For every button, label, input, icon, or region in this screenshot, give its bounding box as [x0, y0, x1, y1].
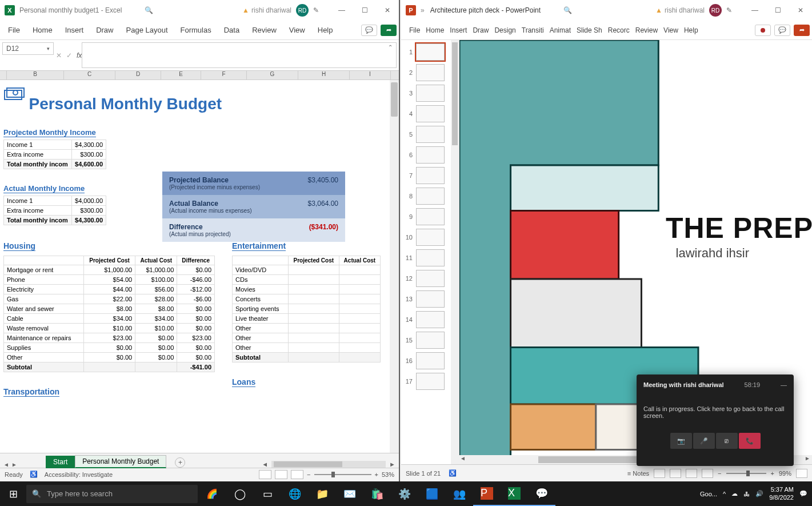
excel-taskbar-icon[interactable]: X	[501, 481, 528, 506]
search-icon[interactable]: 🔍	[145, 6, 153, 14]
zoom-out[interactable]: −	[718, 470, 721, 477]
name-box[interactable]: D12▾	[2, 42, 54, 55]
view-normal[interactable]	[259, 470, 271, 479]
expand-formula-icon[interactable]: ⌃	[388, 44, 393, 50]
fit-to-window[interactable]	[796, 469, 807, 478]
ribbon-formulas[interactable]: Formulas	[181, 26, 211, 34]
slide-thumb-7[interactable]: 7	[401, 167, 459, 184]
vertical-scrollbar[interactable]	[390, 80, 399, 453]
horizontal-scrollbar[interactable]	[271, 461, 386, 468]
ribbon-draw[interactable]: Draw	[96, 26, 113, 34]
slide-thumb-2[interactable]: 2	[401, 64, 459, 81]
slide-thumb-1[interactable]: 1	[401, 43, 459, 61]
powerpoint-taskbar-icon[interactable]: P	[473, 481, 501, 506]
col-f[interactable]: F	[201, 71, 247, 79]
edge-icon[interactable]: 🌐	[281, 481, 309, 506]
ribbon-record[interactable]: Recorc	[608, 26, 630, 34]
file-explorer-icon[interactable]: 📁	[309, 481, 336, 506]
record-button[interactable]	[755, 25, 771, 36]
view-pagebreak[interactable]	[291, 470, 303, 479]
zoom-slider[interactable]	[726, 473, 766, 474]
search-icon[interactable]: 🔍	[563, 6, 572, 14]
view-normal[interactable]	[654, 469, 665, 478]
slide-thumb-3[interactable]: 3	[401, 85, 459, 102]
view-slideshow[interactable]	[702, 469, 713, 478]
ribbon-draw[interactable]: Draw	[473, 26, 489, 34]
ribbon-design[interactable]: Design	[494, 26, 515, 34]
tab-scroll-right[interactable]: ►	[11, 461, 17, 468]
cancel-icon[interactable]: ✕	[56, 51, 62, 59]
ribbon-animations[interactable]: Animat	[550, 26, 571, 34]
zoom-slider[interactable]	[314, 474, 371, 475]
settings-icon[interactable]: ⚙️	[391, 481, 418, 506]
slide-thumb-10[interactable]: 10	[401, 229, 459, 246]
teams-taskbar-icon[interactable]: 💬	[528, 481, 555, 506]
network-icon[interactable]: 🖧	[743, 491, 750, 497]
col-h[interactable]: H	[298, 71, 350, 79]
pen-icon[interactable]: ✎	[726, 6, 732, 14]
ribbon-home[interactable]: Home	[426, 26, 444, 34]
teams-call-overlay[interactable]: Meeting with rishi dhariwal 58:19 — Call…	[637, 374, 794, 466]
user-avatar[interactable]: RD	[709, 4, 722, 17]
slide-thumb-4[interactable]: 4	[401, 105, 459, 122]
mail-icon[interactable]: ✉️	[336, 481, 363, 506]
tray-chevron[interactable]: ^	[723, 491, 726, 497]
hscroll-right[interactable]: ►	[389, 461, 395, 468]
ribbon-view[interactable]: View	[663, 26, 678, 34]
ribbon-pagelayout[interactable]: Page Layout	[126, 26, 168, 34]
hscroll-left[interactable]: ◄	[458, 455, 467, 464]
ribbon-help[interactable]: Help	[684, 26, 698, 34]
accessibility-icon[interactable]: ♿	[449, 469, 457, 477]
clock[interactable]: 5:37 AM9/8/2022	[769, 486, 794, 501]
hscroll-left[interactable]: ◄	[262, 461, 268, 468]
worksheet[interactable]: Personal Monthly Budget Projected Monthl…	[0, 80, 390, 453]
slide-thumb-12[interactable]: 12	[401, 270, 459, 287]
tab-start[interactable]: Start	[46, 456, 75, 468]
ribbon-view[interactable]: View	[289, 26, 305, 34]
close-button[interactable]: ✕	[789, 6, 812, 14]
slide-thumb-17[interactable]: 17	[401, 373, 459, 390]
share-screen-button[interactable]: ⎚	[716, 433, 738, 449]
col-d[interactable]: D	[115, 71, 161, 79]
tab-scroll-left[interactable]: ◄	[3, 461, 9, 468]
slide-thumb-6[interactable]: 6	[401, 146, 459, 164]
col-c[interactable]: C	[64, 71, 115, 79]
col-i[interactable]: I	[350, 71, 391, 79]
ribbon-transitions[interactable]: Transiti	[522, 26, 544, 34]
ribbon-insert[interactable]: Insert	[450, 26, 467, 34]
slide-thumb-11[interactable]: 11	[401, 249, 459, 266]
comments-button[interactable]: 💬	[774, 25, 790, 36]
ribbon-home[interactable]: Home	[33, 26, 53, 34]
zoom-in[interactable]: +	[771, 470, 774, 477]
task-timeline-button[interactable]: ▭	[254, 481, 281, 506]
quick-access-more[interactable]: »	[421, 6, 425, 14]
mic-button[interactable]: 🎤	[693, 433, 715, 449]
ribbon-slideshow[interactable]: Slide Sh	[577, 26, 602, 34]
thumbnail-scrollbar[interactable]	[451, 40, 459, 464]
notes-button[interactable]: ≡ Notes	[627, 470, 649, 477]
search-highlight-icon[interactable]: 🌈	[198, 488, 226, 499]
slide-thumb-16[interactable]: 16	[401, 352, 459, 369]
camera-button[interactable]: 📷	[670, 433, 692, 449]
tab-budget[interactable]: Personal Monthly Budget	[75, 455, 166, 468]
ribbon-data[interactable]: Data	[224, 26, 239, 34]
col-g[interactable]: G	[247, 71, 298, 79]
ribbon-file[interactable]: File	[8, 26, 20, 34]
minimize-button[interactable]: —	[743, 6, 766, 14]
onedrive-icon[interactable]: ☁	[731, 490, 738, 497]
share-button[interactable]: ➦	[381, 25, 397, 36]
add-sheet-button[interactable]: +	[175, 457, 185, 468]
task-view-button[interactable]: ◯	[226, 481, 254, 506]
col-e[interactable]: E	[161, 71, 201, 79]
ribbon-file[interactable]: File	[409, 26, 420, 34]
slide-thumb-9[interactable]: 9	[401, 208, 459, 225]
slide-thumb-13[interactable]: 13	[401, 290, 459, 308]
zoom-level[interactable]: 99%	[779, 470, 791, 477]
formula-input[interactable]: ⌃	[82, 42, 397, 68]
enter-icon[interactable]: ✓	[66, 51, 72, 59]
volume-icon[interactable]: 🔊	[755, 490, 763, 497]
slide-thumb-14[interactable]: 14	[401, 311, 459, 328]
slide-thumb-5[interactable]: 5	[401, 126, 459, 143]
col-b[interactable]: B	[7, 71, 64, 79]
ribbon-review[interactable]: Review	[252, 26, 277, 34]
